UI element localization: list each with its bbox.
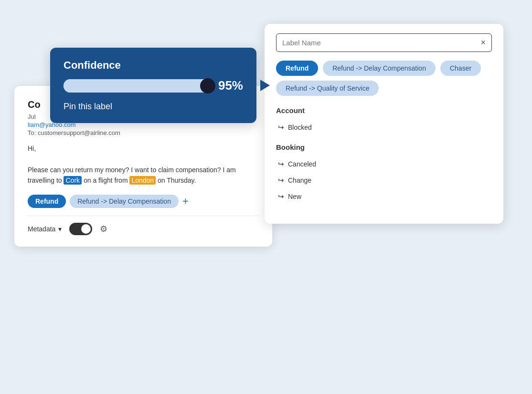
arrow-right-icon: ↪ xyxy=(278,176,284,185)
suggestion-chaser[interactable]: Chaser xyxy=(440,61,481,76)
section-account-items: ↪ Blocked xyxy=(276,119,492,135)
booking-change-label: Change xyxy=(288,176,311,184)
highlight-cork: Cork xyxy=(64,176,82,185)
metadata-label: Metadata xyxy=(28,225,55,233)
booking-change-item[interactable]: ↪ Change xyxy=(276,172,492,188)
label-delay-compensation[interactable]: Refund -> Delay Compensation xyxy=(70,195,179,208)
gear-icon[interactable]: ⚙ xyxy=(100,224,107,234)
booking-canceled-item[interactable]: ↪ Canceled xyxy=(276,156,492,172)
arrow-right-icon: ↪ xyxy=(278,192,284,201)
chevron-down-icon: ▾ xyxy=(58,225,62,233)
account-blocked-label: Blocked xyxy=(288,124,312,131)
confidence-title: Confidence xyxy=(64,59,243,72)
add-label-button[interactable]: + xyxy=(182,196,189,207)
confidence-bar-row: 95% xyxy=(64,78,243,93)
suggestion-refund-delay[interactable]: Refund -> Delay Compensation xyxy=(323,61,436,76)
section-booking-label: Booking xyxy=(276,143,492,151)
arrow-right-icon xyxy=(260,80,270,91)
label-search-row: × xyxy=(276,33,492,52)
label-suggestions: Refund Refund -> Delay Compensation Chas… xyxy=(276,61,492,96)
body-text-2: on a flight from xyxy=(84,176,130,184)
account-blocked-item[interactable]: ↪ Blocked xyxy=(276,119,492,135)
confidence-card: Confidence 95% Pin this label xyxy=(50,48,256,123)
pin-label-text[interactable]: Pin this label xyxy=(64,102,243,112)
label-refund[interactable]: Refund xyxy=(28,195,66,208)
label-panel: × Refund Refund -> Delay Compensation Ch… xyxy=(265,24,503,224)
confidence-percentage: 95% xyxy=(218,78,243,93)
email-body: Hi, Please can you return my money? I wa… xyxy=(28,143,259,186)
arrow-right-icon: ↪ xyxy=(278,160,284,168)
section-account-label: Account xyxy=(276,106,492,114)
toggle-switch[interactable] xyxy=(69,223,92,235)
confidence-circle xyxy=(200,78,215,93)
booking-new-label: New xyxy=(288,193,301,200)
label-search-input[interactable] xyxy=(282,39,480,47)
suggestion-refund-qos[interactable]: Refund -> Quality of Service xyxy=(276,81,379,96)
greeting: Hi, xyxy=(28,145,36,152)
booking-new-item[interactable]: ↪ New xyxy=(276,188,492,205)
body-text-3: on Thursday. xyxy=(158,176,196,184)
email-labels: Refund Refund -> Delay Compensation + xyxy=(28,195,259,208)
section-booking-items: ↪ Canceled ↪ Change ↪ New xyxy=(276,156,492,205)
highlight-london: London xyxy=(129,176,156,185)
arrow-right-icon: ↪ xyxy=(278,123,284,132)
suggestion-refund[interactable]: Refund xyxy=(276,61,318,76)
email-to: To: customersupport@airline.com xyxy=(28,129,259,136)
confidence-bar-fill xyxy=(64,79,189,93)
close-icon[interactable]: × xyxy=(480,38,486,48)
email-footer: Metadata ▾ ⚙ xyxy=(28,216,259,235)
metadata-button[interactable]: Metadata ▾ xyxy=(28,225,62,233)
confidence-bar-track xyxy=(64,79,211,93)
booking-canceled-label: Canceled xyxy=(288,160,316,168)
